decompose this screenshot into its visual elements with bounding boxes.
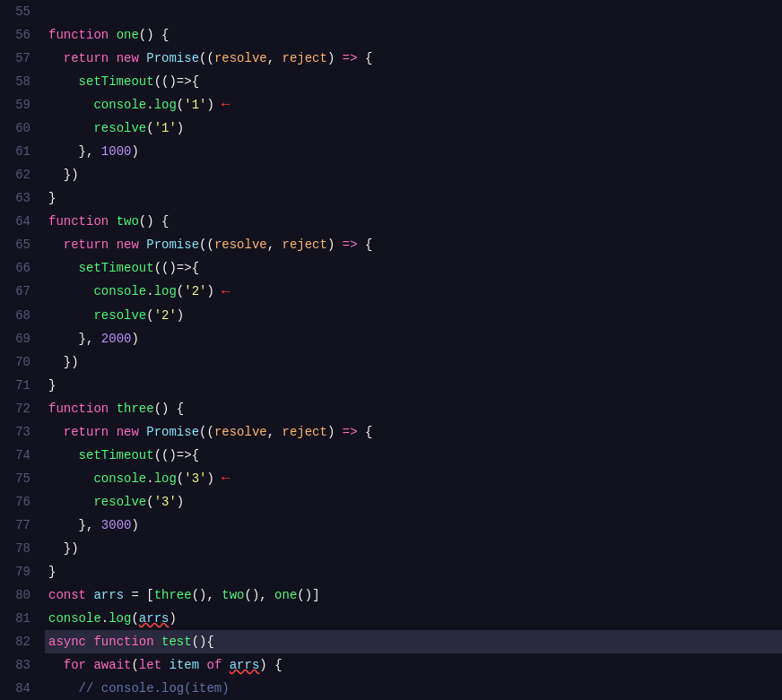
line-number-74: 74 (0, 444, 45, 467)
line-content-75: console.log('3')← (45, 467, 782, 490)
line-number-80: 80 (0, 583, 45, 607)
line-number-57: 57 (0, 47, 45, 70)
code-line-71: 71 } (0, 374, 782, 397)
code-line-78: 78 }) (0, 537, 782, 560)
line-number-63: 63 (0, 186, 45, 210)
code-line-63: 63 } (0, 186, 782, 210)
line-content-66: setTimeout(()=>{ (45, 256, 782, 280)
code-line-76: 76 resolve('3') (0, 490, 782, 514)
code-line-84: 84 // console.log(item) (0, 677, 782, 700)
line-number-66: 66 (0, 256, 45, 280)
line-content-58: setTimeout(()=>{ (45, 70, 782, 93)
line-content-61: }, 1000) (45, 140, 782, 163)
line-number-56: 56 (0, 23, 45, 47)
line-content-63: } (45, 186, 782, 210)
line-content-70: }) (45, 350, 782, 374)
line-number-62: 62 (0, 163, 45, 186)
code-line-83: 83 for await(let item of arrs) { (0, 653, 782, 677)
line-number-77: 77 (0, 514, 45, 537)
code-line-58: 58 setTimeout(()=>{ (0, 70, 782, 93)
line-content-76: resolve('3') (45, 490, 782, 514)
line-content-62: }) (45, 163, 782, 186)
line-number-78: 78 (0, 537, 45, 560)
code-line-60: 60 resolve('1') (0, 117, 782, 140)
line-number-70: 70 (0, 350, 45, 374)
line-content-60: resolve('1') (45, 117, 782, 140)
line-number-60: 60 (0, 117, 45, 140)
line-number-71: 71 (0, 374, 45, 397)
line-content-81: console.log(arrs) (45, 607, 782, 630)
code-line-67: 67 console.log('2')← (0, 280, 782, 303)
line-content-79: } (45, 560, 782, 583)
code-line-80: 80 const arrs = [three(), two(), one()] (0, 583, 782, 607)
line-content-55 (45, 0, 782, 23)
code-line-69: 69 }, 2000) (0, 327, 782, 350)
line-content-67: console.log('2')← (45, 280, 782, 303)
code-line-66: 66 setTimeout(()=>{ (0, 256, 782, 280)
line-number-82: 82 (0, 630, 45, 653)
code-line-56: 56 function one() { (0, 23, 782, 47)
line-number-68: 68 (0, 304, 45, 327)
line-number-65: 65 (0, 233, 45, 256)
code-line-65: 65 return new Promise((resolve, reject) … (0, 233, 782, 256)
line-number-72: 72 (0, 397, 45, 420)
line-number-76: 76 (0, 490, 45, 514)
code-line-75: 75 console.log('3')← (0, 467, 782, 490)
line-content-72: function three() { (45, 397, 782, 420)
line-content-64: function two() { (45, 210, 782, 233)
code-line-79: 79 } (0, 560, 782, 583)
line-number-64: 64 (0, 210, 45, 233)
code-line-82: 82 async function test(){ (0, 630, 782, 653)
code-line-59: 59 console.log('1')← (0, 93, 782, 117)
line-number-83: 83 (0, 653, 45, 677)
line-number-79: 79 (0, 560, 45, 583)
line-content-57: return new Promise((resolve, reject) => … (45, 47, 782, 70)
line-content-71: } (45, 374, 782, 397)
code-line-61: 61 }, 1000) (0, 140, 782, 163)
code-editor: 55 56 function one() { 57 return new Pro… (0, 0, 782, 700)
line-content-82: async function test(){ (45, 630, 782, 653)
line-content-56: function one() { (45, 23, 782, 47)
code-line-55: 55 (0, 0, 782, 23)
line-number-84: 84 (0, 677, 45, 700)
line-number-61: 61 (0, 140, 45, 163)
line-number-59: 59 (0, 93, 45, 117)
line-content-83: for await(let item of arrs) { (45, 653, 782, 677)
code-line-62: 62 }) (0, 163, 782, 186)
line-number-55: 55 (0, 0, 45, 23)
line-number-58: 58 (0, 70, 45, 93)
line-content-78: }) (45, 537, 782, 560)
code-line-57: 57 return new Promise((resolve, reject) … (0, 47, 782, 70)
line-content-69: }, 2000) (45, 327, 782, 350)
line-number-67: 67 (0, 280, 45, 303)
line-content-68: resolve('2') (45, 304, 782, 327)
code-lines: 55 56 function one() { 57 return new Pro… (0, 0, 782, 700)
line-content-80: const arrs = [three(), two(), one()] (45, 583, 782, 607)
code-line-81: 81 console.log(arrs) (0, 607, 782, 630)
code-line-68: 68 resolve('2') (0, 304, 782, 327)
line-content-73: return new Promise((resolve, reject) => … (45, 420, 782, 444)
code-line-77: 77 }, 3000) (0, 514, 782, 537)
code-line-70: 70 }) (0, 350, 782, 374)
line-content-65: return new Promise((resolve, reject) => … (45, 233, 782, 256)
line-content-74: setTimeout(()=>{ (45, 444, 782, 467)
line-content-59: console.log('1')← (45, 93, 782, 117)
code-line-74: 74 setTimeout(()=>{ (0, 444, 782, 467)
line-number-75: 75 (0, 467, 45, 490)
code-line-73: 73 return new Promise((resolve, reject) … (0, 420, 782, 444)
line-content-84: // console.log(item) (45, 677, 782, 700)
line-number-73: 73 (0, 420, 45, 444)
line-number-81: 81 (0, 607, 45, 630)
line-content-77: }, 3000) (45, 514, 782, 537)
code-line-72: 72 function three() { (0, 397, 782, 420)
code-line-64: 64 function two() { (0, 210, 782, 233)
line-number-69: 69 (0, 327, 45, 350)
